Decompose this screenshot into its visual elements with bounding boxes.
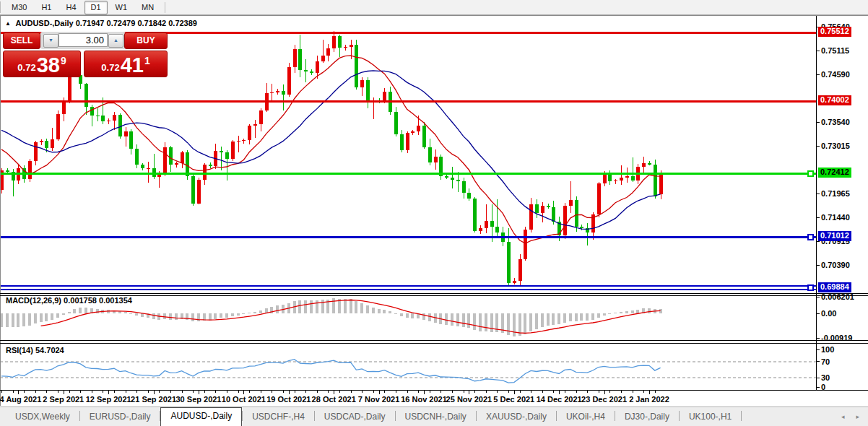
rsi-axis-tick: 30 [821, 373, 830, 382]
macd-value-signal: 0.001354 [99, 296, 132, 305]
price-axis-tick: 0.73015 [821, 142, 850, 150]
date-axis-label: 14 Dec 2021 [537, 395, 582, 404]
macd-value-main: 0.001758 [64, 296, 97, 305]
price-axis-tick: 0.71965 [821, 189, 850, 198]
price-axis-badge: 0.74002 [818, 95, 851, 105]
tab-usdcnh-daily[interactable]: USDCNH-,Daily [396, 409, 476, 426]
price-axis-tick: 0.75115 [821, 46, 849, 55]
toolbar-clipped-button [0, 1, 2, 13]
rsi-name: RSI(14) [6, 346, 33, 355]
tab-scroll-right-icon[interactable]: ▸ [856, 413, 859, 420]
volume-input[interactable]: 3.00 [58, 33, 108, 47]
date-axis-label: 16 Nov 2021 [401, 395, 447, 404]
date-axis-label: 2 Jan 2022 [629, 395, 669, 404]
date-axis-label: 7 Nov 2021 [358, 395, 399, 404]
chart-tab-bar: USDX,WeeklyEURUSD-,DailyAUDUSD-,DailyUSD… [0, 407, 868, 426]
collapse-up-icon[interactable]: ▲ [5, 20, 11, 27]
rsi-axis-tick: 100 [821, 345, 834, 354]
price-axis-tick: 0.70390 [821, 261, 850, 269]
buy-price-pipette: 1 [144, 55, 150, 66]
tab-scroll-left-icon[interactable]: ◂ [841, 413, 845, 420]
buy-price-pips: 41 [121, 56, 144, 75]
date-axis-label: 2 Sep 2021 [43, 395, 84, 404]
chart-symbol-label: AUDUSD-,Daily [16, 19, 74, 27]
price-axis-badge: 0.69884 [818, 282, 851, 292]
sell-price-pipette: 9 [61, 55, 66, 66]
tab-ukoil-h4[interactable]: UKOil-,H4 [557, 409, 615, 426]
rsi-panel-label: RSI(14) 54.7024 [6, 346, 64, 355]
price-axis-badge: 0.72412 [818, 168, 851, 178]
date-axis-label: 30 Sep 2021 [176, 395, 222, 404]
ohlc-high: 0.72479 [107, 19, 136, 27]
timeframe-button-h4[interactable]: H4 [59, 1, 82, 14]
volume-decrease-icon[interactable]: ▼ [43, 34, 58, 48]
timeframe-buttons: M30H1H4D1W1MN [5, 1, 160, 14]
macd-axis-tick: -0.00919 [821, 334, 852, 342]
tab-uk100-h1[interactable]: UK100-,H1 [680, 409, 741, 426]
timeframe-button-d1[interactable]: D1 [84, 1, 108, 14]
toolbar-divider [165, 2, 165, 13]
date-axis-label: 21 Sep 2021 [131, 395, 176, 404]
tab-eurusd-daily[interactable]: EURUSD-,Daily [80, 409, 160, 426]
date-axis-label: 19 Oct 2021 [266, 395, 311, 404]
sell-price-prefix: 0.72 [17, 62, 35, 73]
timeframe-toolbar: M30H1H4D1W1MN [0, 0, 868, 15]
chart-title: ▲ AUDUSD-,Daily 0.71947 0.72479 0.71842 … [5, 19, 197, 27]
timeframe-button-w1[interactable]: W1 [109, 1, 134, 14]
tab-usdcad-daily[interactable]: USDCAD-,Daily [315, 409, 395, 426]
tab-scroll-arrows: ◂ ▸ [841, 413, 859, 420]
macd-axis-tick: 0.00 [821, 309, 836, 318]
ohlc-low: 0.71842 [137, 19, 166, 27]
date-axis-label: 12 Sep 2021 [86, 395, 131, 404]
price-axis-tick: 0.73540 [821, 118, 850, 126]
macd-axis-tick: 0.006201 [821, 292, 854, 301]
date-axis-label: 24 Aug 2021 [0, 395, 41, 404]
ohlc-open: 0.71947 [76, 19, 105, 27]
sell-price-pips: 38 [37, 56, 60, 75]
tab-dj30-daily[interactable]: DJ30-,Daily [615, 409, 679, 426]
date-axis-label: 5 Dec 2021 [493, 395, 534, 404]
timeframe-button-h1[interactable]: H1 [35, 1, 58, 14]
macd-panel-label: MACD(12,26,9) 0.001758 0.001354 [6, 296, 132, 305]
one-click-trade-panel: SELL ▼ 3.00 ▲ BUY 0.72389 0.72411 [3, 32, 168, 75]
timeframe-button-mn[interactable]: MN [135, 1, 160, 14]
sell-button[interactable]: SELL [3, 32, 40, 49]
macd-name: MACD(12,26,9) [6, 296, 61, 305]
tab-usdchf-h4[interactable]: USDCHF-,H4 [243, 409, 314, 426]
timeframe-button-m30[interactable]: M30 [5, 1, 33, 14]
rsi-axis-tick: 70 [821, 357, 830, 366]
ohlc-close: 0.72389 [168, 19, 197, 27]
tabs-holder: USDX,WeeklyEURUSD-,DailyAUDUSD-,DailyUSD… [6, 407, 742, 426]
price-axis-tick: 0.71440 [821, 213, 850, 222]
price-axis-badge: 0.75512 [818, 27, 851, 37]
tab-audusd-daily[interactable]: AUDUSD-,Daily [160, 407, 242, 426]
price-axis-badge: 0.71012 [818, 231, 851, 241]
tab-xauusd-daily[interactable]: XAUUSD-,Daily [477, 409, 556, 426]
rsi-value: 54.7024 [35, 346, 64, 355]
rsi-axis-tick: 0 [821, 383, 825, 391]
date-axis-label: 25 Nov 2021 [446, 395, 492, 404]
date-axis-label: 10 Oct 2021 [222, 395, 266, 404]
tab-usdx-weekly[interactable]: USDX,Weekly [6, 409, 79, 426]
tab-separator [741, 411, 742, 421]
date-axis-label: 23 Dec 2021 [581, 395, 627, 404]
buy-price-button[interactable]: 0.72411 [84, 51, 168, 77]
buy-button[interactable]: BUY [124, 32, 168, 49]
date-axis-label: 28 Oct 2021 [312, 395, 356, 404]
volume-increase-icon[interactable]: ▲ [108, 34, 123, 48]
price-axis-tick: 0.74590 [821, 70, 850, 79]
buy-price-prefix: 0.72 [101, 62, 119, 73]
sell-price-button[interactable]: 0.72389 [3, 51, 81, 77]
